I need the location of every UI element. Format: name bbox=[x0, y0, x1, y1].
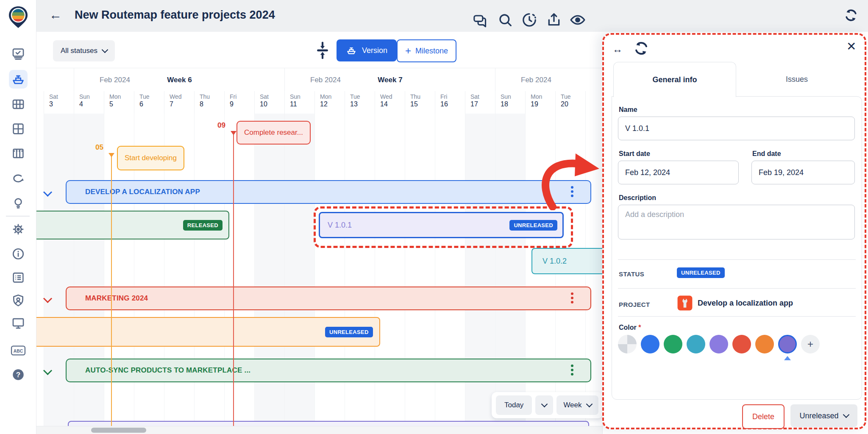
sidebar-item-sprint[interactable] bbox=[9, 169, 28, 188]
milestone-day-label: 09 bbox=[217, 121, 225, 130]
sync-icon[interactable] bbox=[632, 39, 651, 59]
sidebar-item-settings[interactable] bbox=[9, 220, 28, 239]
day-cell: Mon12 bbox=[315, 91, 345, 114]
version-button-label: Version bbox=[362, 46, 387, 55]
history-icon[interactable] bbox=[521, 11, 538, 30]
zoom-level-dropdown[interactable]: Week bbox=[556, 395, 598, 415]
milestone-marker[interactable] bbox=[231, 131, 236, 135]
milestone-line-09 bbox=[233, 134, 234, 434]
status-filter-label: All statuses bbox=[61, 47, 97, 55]
version-bar-v101[interactable]: V 1.0.1 UNRELEASED bbox=[319, 212, 564, 238]
start-date-field[interactable] bbox=[618, 161, 739, 184]
sidebar-item-versions[interactable] bbox=[9, 70, 28, 89]
day-cell: Sat3 bbox=[44, 91, 74, 114]
sidebar-item-display[interactable] bbox=[9, 314, 28, 332]
today-button[interactable]: Today bbox=[496, 395, 532, 415]
group-bar-marketing[interactable]: MARKETING 2024 bbox=[66, 287, 591, 310]
day-cell: Thu8 bbox=[195, 91, 225, 114]
search-icon[interactable] bbox=[497, 11, 514, 30]
color-swatch[interactable] bbox=[732, 335, 751, 353]
milestone-button-label: Milestone bbox=[415, 47, 448, 56]
version-detail-panel: ↔ ✕ General info Issues Name Start date … bbox=[602, 33, 866, 429]
version-bar-v102[interactable]: V 1.0.2 bbox=[531, 248, 603, 274]
description-field[interactable] bbox=[618, 205, 855, 239]
export-icon[interactable] bbox=[545, 11, 562, 30]
version-bar-orange[interactable]: UNRELEASED bbox=[36, 317, 380, 347]
color-swatch[interactable] bbox=[664, 335, 682, 353]
sidebar-item-list[interactable] bbox=[9, 268, 28, 287]
sync-icon[interactable] bbox=[843, 7, 860, 25]
milestone-marker[interactable] bbox=[108, 153, 114, 157]
today-dropdown[interactable] bbox=[535, 395, 553, 415]
timeline-day-row: Sat3 Sun4 Mon5 Tue6 Wed7 Thu8 Fri9 Sat10… bbox=[36, 91, 602, 114]
day-cell: Tue6 bbox=[134, 91, 164, 114]
release-status-dropdown[interactable]: Unreleased bbox=[790, 404, 857, 427]
sidebar-item-columns[interactable] bbox=[9, 144, 28, 163]
divider bbox=[618, 259, 856, 260]
ship-icon bbox=[346, 45, 357, 56]
milestone-chip[interactable]: Start developing bbox=[117, 146, 184, 170]
project-label: PROJECT bbox=[619, 301, 650, 308]
day-cell: Sat17 bbox=[465, 91, 495, 114]
group-bar-develop[interactable]: DEVELOP A LOCALIZATION APP bbox=[66, 180, 591, 204]
group-menu-icon[interactable] bbox=[571, 186, 573, 199]
sidebar-item-glossary[interactable]: ABC bbox=[9, 341, 28, 360]
close-icon[interactable]: ✕ bbox=[846, 41, 856, 53]
add-version-button[interactable]: Version bbox=[337, 39, 397, 61]
day-cell: Fri9 bbox=[225, 91, 255, 114]
sidebar-item-help[interactable]: ? bbox=[9, 365, 28, 384]
milestone-day-label: 05 bbox=[95, 143, 103, 152]
sidebar-item-dashboard[interactable] bbox=[9, 120, 28, 138]
back-arrow-icon[interactable]: ← bbox=[49, 8, 62, 22]
color-swatch[interactable] bbox=[709, 335, 728, 353]
week-label: Week 6 bbox=[74, 76, 285, 84]
status-filter-dropdown[interactable]: All statuses bbox=[53, 40, 115, 61]
tab-issues[interactable]: Issues bbox=[735, 62, 858, 97]
month-label: Feb 2024 bbox=[521, 76, 551, 84]
color-swatch[interactable] bbox=[755, 335, 774, 353]
color-swatch-none[interactable] bbox=[618, 335, 637, 353]
scrollbar-thumb[interactable] bbox=[91, 428, 146, 433]
color-swatch-selected[interactable] bbox=[778, 335, 797, 353]
color-swatch[interactable] bbox=[687, 335, 705, 353]
sidebar: ABC ? bbox=[0, 0, 36, 434]
timeline-week-row: Feb 2024 Week 6 Feb 2024 Week 7 Feb 2024 bbox=[36, 68, 602, 92]
app-logo[interactable] bbox=[6, 5, 31, 30]
version-bar-released[interactable]: RELEASED bbox=[36, 211, 229, 239]
sidebar-divider bbox=[6, 216, 30, 217]
sidebar-item-grid[interactable] bbox=[9, 95, 28, 114]
day-cell: Mon19 bbox=[526, 91, 556, 114]
week-section-7: Feb 2024 Week 7 bbox=[284, 68, 495, 92]
group-menu-icon[interactable] bbox=[571, 292, 573, 305]
sidebar-item-info[interactable] bbox=[9, 245, 28, 263]
required-asterisk: * bbox=[638, 324, 641, 331]
sidebar-item-ideas[interactable] bbox=[9, 194, 28, 212]
add-color-button[interactable]: + bbox=[801, 335, 820, 353]
status-label: STATUS bbox=[619, 270, 644, 278]
tab-general-info[interactable]: General info bbox=[613, 62, 736, 97]
week-section-8: Feb 2024 bbox=[495, 68, 603, 92]
day-cell: Wed14 bbox=[375, 91, 405, 114]
sidebar-item-privacy[interactable] bbox=[9, 291, 28, 310]
name-field[interactable] bbox=[618, 117, 855, 140]
color-label: Color * bbox=[619, 324, 641, 331]
group-menu-icon[interactable] bbox=[571, 364, 573, 377]
sidebar-item-board[interactable] bbox=[9, 45, 28, 63]
color-swatch[interactable] bbox=[641, 335, 659, 353]
description-label: Description bbox=[619, 194, 656, 202]
status-badge: UNRELEASED bbox=[677, 267, 725, 278]
project-name[interactable]: Develop a localization app bbox=[698, 299, 793, 308]
day-cell: Mon5 bbox=[104, 91, 134, 114]
add-milestone-button[interactable]: + Milestone bbox=[397, 39, 456, 62]
week-label: Week 7 bbox=[285, 76, 495, 84]
plus-icon: + bbox=[405, 46, 411, 56]
project-avatar-icon bbox=[677, 295, 693, 313]
group-bar-autosync[interactable]: AUTO-SYNC PRODUCTS TO MARKETPLACE ... bbox=[66, 359, 591, 382]
expand-panel-icon[interactable]: ↔ bbox=[612, 43, 623, 55]
fit-timeline-icon[interactable] bbox=[314, 40, 331, 61]
comments-icon[interactable] bbox=[472, 11, 489, 30]
visibility-icon[interactable] bbox=[569, 11, 586, 30]
end-date-field[interactable] bbox=[751, 161, 855, 184]
milestone-chip[interactable]: Complete resear... bbox=[236, 121, 311, 145]
delete-button[interactable]: Delete bbox=[742, 404, 785, 429]
